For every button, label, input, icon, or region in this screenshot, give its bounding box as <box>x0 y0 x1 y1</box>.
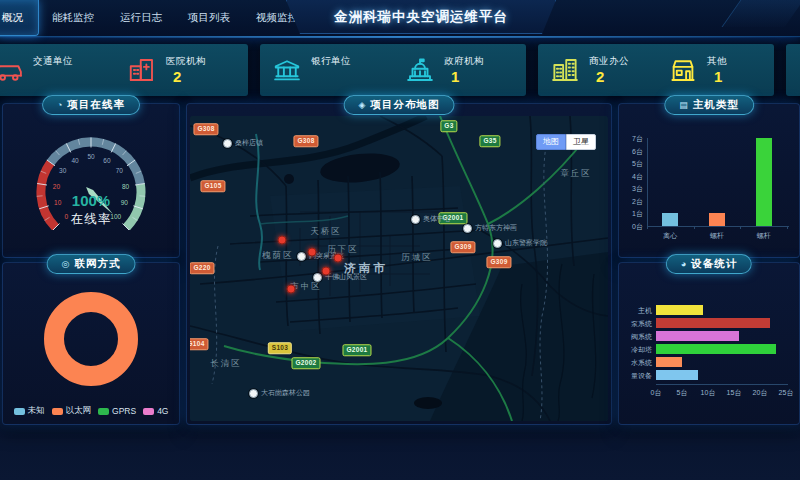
svg-text:40: 40 <box>71 157 79 164</box>
y-category-label: 水系统 <box>623 358 652 368</box>
bar <box>656 357 682 367</box>
district-label: 槐荫区 <box>262 250 294 262</box>
nav-tab[interactable]: 能耗监控 <box>39 0 107 36</box>
poi-dot-icon <box>493 239 502 248</box>
device-stats-chart: 主机泵系统阀系统冷却塔水系统量设备0台5台10台15台20台25台 <box>623 277 795 420</box>
hospital-icon <box>127 55 157 85</box>
y-tick-label: 6台 <box>623 147 643 157</box>
x-axis <box>647 226 789 227</box>
svg-text:60: 60 <box>103 157 111 164</box>
road-badge: G308 <box>193 123 218 135</box>
legend-item[interactable]: 以太网 <box>52 405 92 417</box>
stat-value: 1 <box>444 68 484 85</box>
poi-marker: 千佛山风景区 <box>313 272 367 282</box>
legend-label: 以太网 <box>66 405 92 417</box>
stats-row: 交通单位医院机构2银行单位政府机构1商业办公2其他1 <box>0 44 800 96</box>
panel-device-stats-title: ◕ 设备统计 <box>666 254 752 274</box>
map-mode-button[interactable]: 地图 <box>536 134 566 150</box>
poi-marker: 奥体中心 <box>411 214 451 224</box>
district-label: 章丘区 <box>560 168 592 180</box>
poi-label: 千佛山风景区 <box>325 272 367 282</box>
road-badge: G220 <box>190 262 215 274</box>
nav-tab[interactable]: 项目列表 <box>175 0 243 36</box>
road-badge: G104 <box>190 338 209 350</box>
satellite-mode-button[interactable]: 卫星 <box>566 134 596 150</box>
y-axis <box>647 138 648 226</box>
panel-host-type-title: ▤ 主机类型 <box>664 95 754 115</box>
gauge-icon: ◔ <box>57 100 63 110</box>
project-marker[interactable] <box>334 254 343 263</box>
district-label: 天桥区 <box>310 226 342 238</box>
y-category-label: 量设备 <box>623 371 652 381</box>
nav-tab[interactable]: 概况 <box>0 0 39 36</box>
nav-tab[interactable]: 运行日志 <box>107 0 175 36</box>
road-badge: G3 <box>440 120 457 132</box>
project-marker[interactable] <box>287 285 296 294</box>
legend-item[interactable]: 4G <box>143 405 168 417</box>
y-tick-label: 5台 <box>623 159 643 169</box>
stat-item: 政府机构1 <box>393 55 526 85</box>
project-marker[interactable] <box>278 236 287 245</box>
poi-label: 山东警察学院 <box>505 238 547 248</box>
poi-marker: 山东警察学院 <box>493 238 547 248</box>
stat-text: 政府机构1 <box>444 55 484 85</box>
page-title: 金洲科瑞中央空调运维平台 <box>286 0 556 34</box>
map-controls: 地图卫星 <box>536 134 596 150</box>
y-category-label: 泵系统 <box>623 319 652 329</box>
poi-dot-icon <box>223 139 232 148</box>
x-tick-label: 0台 <box>646 388 666 398</box>
bar <box>656 318 770 328</box>
y-tick-label: 4台 <box>623 172 643 182</box>
stat-label: 银行单位 <box>311 55 351 68</box>
panel-title-text: 联网方式 <box>74 257 120 271</box>
stat-item: 商业办公2 <box>538 55 656 85</box>
stat-item: 医院机构2 <box>115 55 248 85</box>
svg-text:70: 70 <box>116 167 124 174</box>
stat-label: 医院机构 <box>166 55 206 68</box>
legend-item[interactable]: 未知 <box>14 405 45 417</box>
x-tick-label: 25台 <box>776 388 796 398</box>
stat-card: 交通单位医院机构2 <box>0 44 248 96</box>
poi-dot-icon <box>411 215 420 224</box>
stat-text: 银行单位 <box>311 55 351 85</box>
district-label: 历城区 <box>401 252 433 264</box>
legend-item[interactable]: GPRS <box>98 405 136 417</box>
globe-icon: ◎ <box>62 259 71 269</box>
stat-card <box>786 44 800 96</box>
poi-marker: 大石崮森林公园 <box>249 388 310 398</box>
x-tick-label: 20台 <box>750 388 770 398</box>
legend-label: 未知 <box>28 405 45 417</box>
bar <box>656 344 776 354</box>
project-marker[interactable] <box>322 267 331 276</box>
poi-dot-icon <box>249 389 258 398</box>
map-roads-layer <box>190 116 608 421</box>
panel-map-title: ◈ 项目分布地图 <box>344 95 455 115</box>
panel-network-title: ◎ 联网方式 <box>47 254 136 274</box>
panel-online-rate-title: ◔ 项目在线率 <box>42 95 140 115</box>
network-donut-chart <box>3 279 179 397</box>
panel-title-text: 项目分布地图 <box>370 98 439 112</box>
map-pin-icon: ◈ <box>359 100 367 110</box>
legend-swatch <box>52 408 63 415</box>
shop-icon <box>668 55 698 85</box>
y-tick-label: 3台 <box>623 184 643 194</box>
stat-value: 1 <box>707 68 727 85</box>
legend-swatch <box>98 408 109 415</box>
svg-text:30: 30 <box>59 167 67 174</box>
x-tick-label: 15台 <box>724 388 744 398</box>
panel-host-type: ▤ 主机类型 0台1台2台3台4台5台6台7台离心螺杆螺杆 <box>618 103 800 258</box>
network-legend: 未知以太网GPRS4G <box>3 405 179 417</box>
road-badge: G35 <box>479 135 500 147</box>
bar <box>709 213 725 226</box>
stat-label: 商业办公 <box>589 55 629 68</box>
x-category-label: 螺杆 <box>744 231 784 241</box>
project-marker[interactable] <box>308 248 317 257</box>
x-category-label: 螺杆 <box>697 231 737 241</box>
road-badge: G308 <box>293 135 318 147</box>
host-type-chart: 0台1台2台3台4台5台6台7台离心螺杆螺杆 <box>623 118 795 253</box>
map-canvas[interactable]: 地图卫星 G308G308G309G309G105G220G104G3G35G2… <box>190 116 608 421</box>
panel-network: ◎ 联网方式 未知以太网GPRS4G <box>2 262 180 425</box>
office-icon <box>550 55 580 85</box>
poi-dot-icon <box>313 273 322 282</box>
stat-value: 2 <box>589 68 629 85</box>
